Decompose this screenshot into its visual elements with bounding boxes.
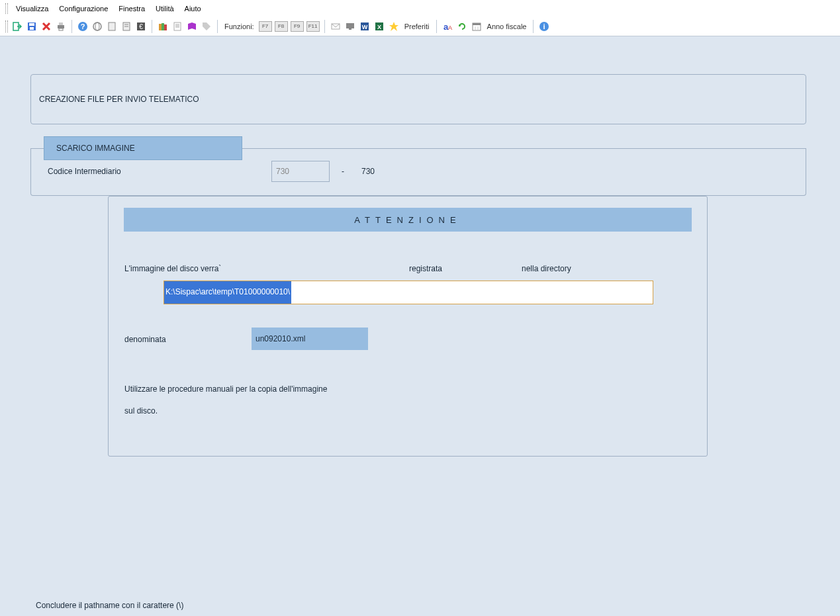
font-icon[interactable]: aA [441,20,454,33]
codice-label: Codice Intermediario [48,167,269,176]
directory-path-input[interactable]: K:\Sispac\arc\temp\T01000000010\ [163,281,653,304]
star-icon[interactable] [387,20,400,33]
menubar-handle [5,3,8,14]
svg-rect-25 [346,23,354,28]
dash-separator: - [342,167,344,176]
toolbar-separator [436,20,437,33]
tag-icon[interactable] [200,20,213,33]
funzioni-label: Funzioni: [224,22,254,30]
anno-fiscale-label[interactable]: Anno fiscale [487,22,527,30]
svg-rect-18 [162,23,164,30]
excel-icon[interactable]: X [373,20,386,33]
codice-row: Codice Intermediario [48,167,269,176]
menu-aiuto[interactable]: Aiuto [181,3,205,15]
attn-line1c: nella directory [522,264,571,273]
svg-rect-20 [174,22,181,30]
tab-scarico-immagine[interactable]: SCARICO IMMAGINE [44,136,242,160]
attn-line1a: L'immagine del disco verra` [124,264,221,273]
svg-rect-11 [109,22,115,30]
f8-button[interactable]: F8 [275,21,288,32]
attention-header: ATTENZIONE [124,208,692,232]
path-selected-text: K:\Sispac\arc\temp\T01000000010\ [164,281,291,304]
help-icon[interactable]: ? [76,20,89,33]
svg-rect-6 [59,28,63,30]
svg-text:A: A [448,24,452,31]
svg-rect-4 [58,25,64,28]
toolbar-handle [5,21,8,32]
toolbar-separator [217,20,218,33]
exit-icon[interactable] [11,20,24,33]
f9-button[interactable]: F9 [291,21,304,32]
delete-icon[interactable] [40,20,53,33]
print-icon[interactable] [54,20,68,33]
book-icon[interactable] [185,20,199,33]
attention-panel [108,196,708,457]
codice-intermediario-input[interactable] [271,161,330,182]
svg-rect-26 [349,28,351,30]
svg-rect-17 [159,24,162,30]
doc2-icon[interactable] [120,20,133,33]
svg-text:?: ? [81,22,85,30]
screen-icon[interactable] [344,20,357,33]
info-icon[interactable]: i [537,20,551,33]
preferiti-label[interactable]: Preferiti [404,22,430,30]
f11-button[interactable]: F11 [306,21,320,32]
attn-line1b: registrata [409,264,442,273]
menu-utilita[interactable]: Utilità [152,3,178,15]
browse-icon[interactable] [91,20,104,33]
svg-rect-19 [164,24,167,30]
page-title: CREAZIONE FILE PER INVIO TELEMATICO [39,95,199,104]
svg-text:W: W [361,24,367,30]
menu-configurazione[interactable]: Configurazione [55,3,112,15]
page-icon[interactable] [171,20,184,33]
toolbar-separator [324,20,325,33]
attn-line3: Utilizzare le procedure manuali per la c… [124,384,327,394]
toolbar-separator [71,20,72,33]
word-icon[interactable]: W [358,20,371,33]
svg-rect-3 [30,27,34,30]
svg-point-9 [93,22,101,30]
title-panel: CREAZIONE FILE PER INVIO TELEMATICO [30,74,806,124]
doc1-icon[interactable] [105,20,118,33]
svg-text:X: X [377,24,381,30]
save-icon[interactable] [25,20,38,33]
menu-finestra[interactable]: Finestra [115,3,149,15]
menu-visualizza[interactable]: Visualizza [12,3,52,15]
f7-button[interactable]: F7 [259,21,272,32]
menubar: Visualizza Configurazione Finestra Utili… [0,0,840,17]
denominata-label: denominata [124,335,166,344]
svg-point-10 [95,22,99,30]
toolbar-separator [152,20,152,33]
books-icon[interactable] [156,20,169,33]
codice-value-2: 730 [361,167,375,176]
svg-text:i: i [543,22,545,30]
svg-rect-5 [59,22,63,25]
refresh-icon[interactable] [455,20,469,33]
calendar-icon[interactable] [470,20,483,33]
footer-hint: Concludere il pathname con il carattere … [36,601,183,610]
euro-icon[interactable]: € [134,20,148,33]
svg-text:€: € [139,23,143,30]
svg-rect-34 [473,23,481,25]
toolbar: ? € Funzioni: F7 F8 F9 F11 W X Preferiti… [0,17,840,36]
toolbar-separator [533,20,534,33]
attn-line4: sul disco. [124,406,158,416]
filename-field[interactable]: un092010.xml [252,328,368,350]
svg-rect-2 [29,23,34,26]
mail-icon[interactable] [329,20,342,33]
